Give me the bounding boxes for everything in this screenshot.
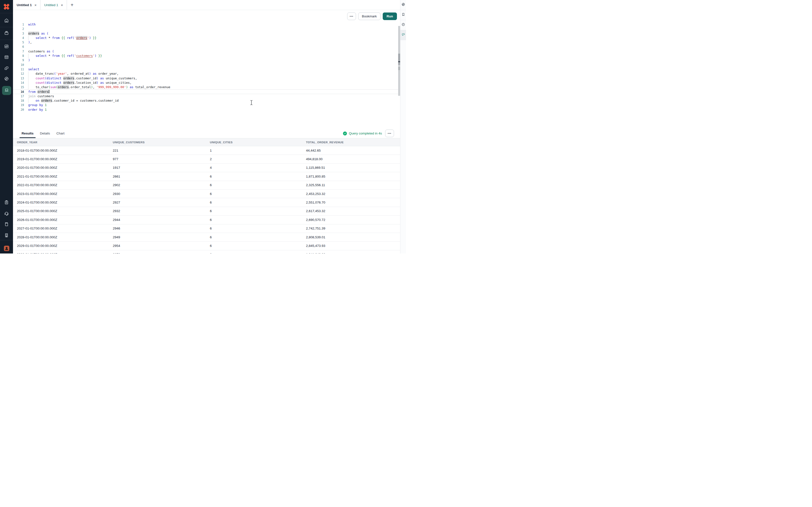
- code-token: by: [39, 103, 43, 107]
- code-line-19[interactable]: 19group by 1: [13, 103, 400, 107]
- code-token: orders: [63, 81, 74, 84]
- code-line-8[interactable]: 8 select * from {{ ref('customers') }}: [13, 54, 400, 58]
- right-sidebar-item-ai-assistant[interactable]: [400, 30, 406, 40]
- table-row[interactable]: 2020-01-01T00:00:00.000Z191741,115,869.5…: [13, 164, 400, 172]
- code-line-10[interactable]: 10: [13, 63, 400, 67]
- query-status: Query completed in 4s: [343, 131, 382, 135]
- close-tab-icon[interactable]: ×: [61, 3, 63, 7]
- table-row[interactable]: 2022-01-01T00:00:00.000Z290262,325,556.1…: [13, 181, 400, 189]
- table-row[interactable]: 2028-01-01T00:00:00.000Z294962,808,539.0…: [13, 233, 400, 241]
- code-line-12[interactable]: 12 date_trunc('year', ordered_at) as ord…: [13, 71, 400, 76]
- sidebar-item-grid[interactable]: [2, 43, 11, 51]
- code-line-3[interactable]: 3orders as (: [13, 31, 400, 36]
- code-line-20[interactable]: 20order by 1: [13, 108, 400, 112]
- sidebar-item-book[interactable]: [2, 220, 11, 229]
- code-line-9[interactable]: 9): [13, 58, 400, 62]
- code-line-14[interactable]: 14 count(distinct orders.location_id) as…: [13, 80, 400, 85]
- results-tab-results[interactable]: Results: [19, 128, 36, 138]
- column-header-order_year[interactable]: ORDER_YEAR: [13, 141, 109, 144]
- table-cell: 2949: [109, 235, 206, 239]
- results-tab-details[interactable]: Details: [38, 128, 52, 138]
- code-token: select: [28, 67, 39, 71]
- code-token: [65, 54, 67, 58]
- code-token: [98, 81, 100, 84]
- hex-logo[interactable]: [0, 0, 13, 13]
- right-sidebar-item-bookmark[interactable]: [400, 10, 406, 20]
- chat-sparkle-icon: [401, 33, 405, 38]
- table-cell: 6: [206, 209, 302, 213]
- sidebar-item-user-avatar[interactable]: [4, 246, 9, 251]
- code-line-17[interactable]: 17join customers: [13, 94, 400, 99]
- code-line-1[interactable]: 1with: [13, 22, 400, 27]
- code-line-15[interactable]: 15 to_char(sum(orders.order_total), '999…: [13, 85, 400, 90]
- code-line-13[interactable]: 13 count(distinct orders.customer_id) as…: [13, 76, 400, 80]
- table-cell: 2,845,473.93: [302, 244, 400, 247]
- table-row[interactable]: 2027-01-01T00:00:00.000Z294662,742,751.3…: [13, 224, 400, 233]
- code-token: orders: [41, 99, 52, 102]
- building-icon: [4, 233, 9, 239]
- code-token: distinct: [47, 81, 61, 84]
- code-line-11[interactable]: 11select: [13, 67, 400, 71]
- sidebar-item-clipboard[interactable]: [2, 199, 11, 207]
- document-tab-2[interactable]: Untitled 1×: [41, 0, 67, 10]
- table-row[interactable]: 2023-01-01T00:00:00.000Z293062,453,253.3…: [13, 189, 400, 198]
- code-token: [39, 32, 41, 35]
- left-sidebar: [0, 0, 13, 253]
- table-cell: 6: [206, 183, 302, 187]
- table-row[interactable]: 2029-01-01T00:00:00.000Z295462,845,473.9…: [13, 241, 400, 250]
- more-options-button[interactable]: •••: [347, 12, 356, 20]
- table-row[interactable]: 2030-01-01T00:00:00.000Z287961,841,049.3…: [13, 250, 400, 253]
- sidebar-item-building[interactable]: [2, 231, 11, 240]
- right-sidebar-item-history[interactable]: [400, 20, 406, 30]
- code-token: ): [95, 54, 97, 58]
- table-body: 2018-01-01T00:00:00.000Z221144,442.65201…: [13, 146, 400, 253]
- table-row[interactable]: 2021-01-01T00:00:00.000Z266161,871,800.8…: [13, 172, 400, 181]
- sidebar-item-compass[interactable]: [2, 75, 11, 83]
- code-token: [43, 108, 45, 111]
- code-line-5[interactable]: 5),: [13, 40, 400, 45]
- code-token: [28, 81, 36, 84]
- code-window-icon: [4, 55, 9, 61]
- table-row[interactable]: 2026-01-01T00:00:00.000Z294462,690,570.7…: [13, 216, 400, 224]
- code-line-6[interactable]: 6: [13, 45, 400, 49]
- right-sidebar-item-compass[interactable]: [400, 0, 406, 10]
- sidebar-item-headset[interactable]: [2, 210, 11, 218]
- sidebar-item-windows[interactable]: [2, 64, 11, 73]
- sidebar-item-archive[interactable]: [2, 29, 11, 38]
- code-token: .order_total: [69, 85, 91, 89]
- results-tab-chart[interactable]: Chart: [54, 128, 66, 138]
- table-cell: 2944: [109, 218, 206, 222]
- line-number: 2: [13, 27, 24, 31]
- column-header-unique_cities[interactable]: UNIQUE_CITIES: [206, 141, 302, 144]
- sql-editor[interactable]: 1with23orders as (4 select * from {{ ref…: [13, 22, 400, 128]
- column-header-unique_customers[interactable]: UNIQUE_CUSTOMERS: [109, 141, 206, 144]
- sidebar-item-laptop[interactable]: [2, 86, 11, 95]
- code-token: on: [36, 99, 39, 102]
- code-line-18[interactable]: 18 on orders.customer_id = customers.cus…: [13, 99, 400, 103]
- sidebar-item-home[interactable]: [2, 17, 11, 25]
- results-more-button[interactable]: •••: [385, 129, 394, 137]
- tab-label: Untitled 1: [44, 3, 58, 7]
- line-number: 16: [13, 90, 24, 94]
- run-button[interactable]: Run: [383, 12, 397, 20]
- sidebar-item-code-window[interactable]: [2, 53, 11, 62]
- table-row[interactable]: 2019-01-01T00:00:00.000Z9772494,818.00: [13, 155, 400, 163]
- table-row[interactable]: 2018-01-01T00:00:00.000Z221144,442.65: [13, 146, 400, 155]
- table-row[interactable]: 2024-01-01T00:00:00.000Z292762,551,076.7…: [13, 198, 400, 207]
- column-header-total_order_revenue[interactable]: TOTAL_ORDER_REVENUE: [302, 141, 400, 144]
- table-row[interactable]: 2025-01-01T00:00:00.000Z293262,617,453.3…: [13, 207, 400, 216]
- code-token: [61, 81, 63, 84]
- bookmark-button[interactable]: Bookmark: [358, 12, 380, 20]
- close-tab-icon[interactable]: ×: [35, 3, 37, 7]
- document-tab-1[interactable]: Untitled 1×: [13, 0, 41, 10]
- code-token: {{: [61, 36, 65, 40]
- code-line-7[interactable]: 7customers as (: [13, 49, 400, 54]
- new-tab-button[interactable]: +: [67, 0, 77, 10]
- code-line-4[interactable]: 4 select * from {{ ref('orders') }}: [13, 36, 400, 40]
- code-line-2[interactable]: 2: [13, 27, 400, 31]
- code-line-16[interactable]: 16from orders: [13, 90, 400, 94]
- code-token: group: [28, 103, 38, 107]
- table-cell: 2018-01-01T00:00:00.000Z: [13, 149, 109, 152]
- code-token: by: [39, 108, 43, 111]
- code-token: (: [52, 50, 54, 53]
